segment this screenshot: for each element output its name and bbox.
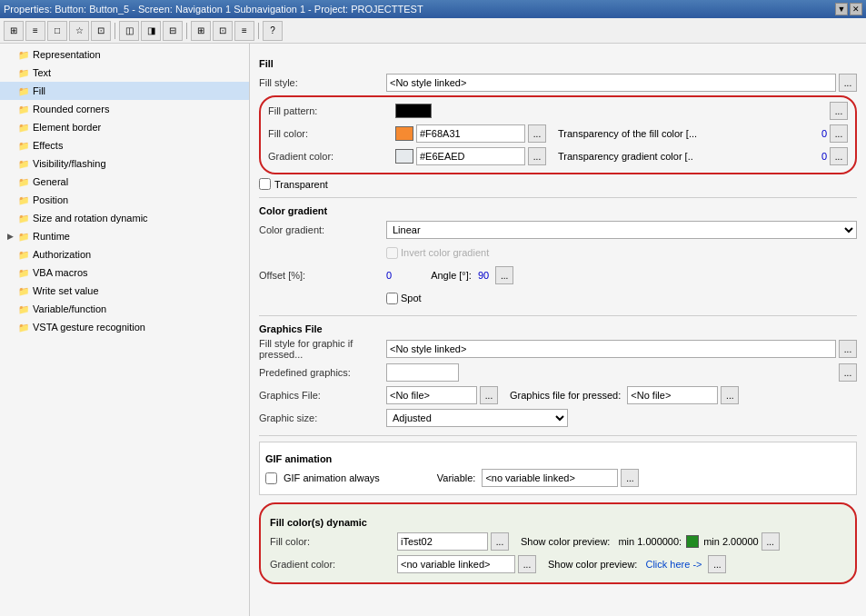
min-label: min 1.000000:	[618, 536, 682, 547]
tree-label-authorization: Authorization	[33, 249, 91, 260]
gif-variable-btn[interactable]: ...	[621, 469, 639, 487]
folder-icon-position: 📁	[16, 193, 31, 207]
toolbar-btn-4[interactable]: ☆	[69, 21, 89, 41]
tree-label-vba: VBA macros	[33, 267, 88, 278]
tree-item-text[interactable]: 📁 Text	[0, 64, 249, 82]
tree-item-element-border[interactable]: 📁 Element border	[0, 118, 249, 136]
fill-style-input[interactable]	[386, 74, 836, 92]
graphics-file-pressed-btn[interactable]: ...	[721, 386, 739, 404]
offset-angle-control: 0 Angle [°]: 90 ...	[386, 266, 857, 284]
gif-always-label: GIF animation always	[284, 472, 380, 483]
color-gradient-title: Color gradient	[259, 205, 857, 216]
toolbar-btn-2[interactable]: ≡	[25, 21, 45, 41]
color-gradient-select[interactable]: Linear	[386, 221, 857, 239]
fill-style-btn[interactable]: ...	[839, 74, 857, 92]
gif-variable-input[interactable]	[482, 469, 618, 487]
color-gradient-row: Color gradient: Linear	[259, 220, 857, 240]
fill-color-swatch[interactable]	[395, 126, 413, 141]
tree-item-representation[interactable]: 📁 Representation	[0, 45, 249, 64]
fill-style-control: ...	[386, 74, 857, 92]
dynamic-fill-color-preview-btn[interactable]: ...	[761, 532, 780, 551]
toolbar-btn-5[interactable]: ⊡	[91, 21, 111, 41]
gradient-color-swatch[interactable]	[395, 149, 413, 164]
toolbar-btn-11[interactable]: ≡	[234, 21, 254, 41]
tree-label-vsta: VSTA gesture recognition	[33, 322, 145, 333]
folder-icon-vba: 📁	[16, 265, 31, 280]
min-value2: min 2.00000	[703, 536, 759, 547]
offset-angle-row: Offset [%]: 0 Angle [°]: 90 ...	[259, 265, 857, 285]
expand-icon-fill	[4, 84, 16, 97]
gradient-color-input[interactable]	[416, 147, 525, 165]
graphics-file-btn[interactable]: ...	[480, 386, 498, 404]
angle-btn[interactable]: ...	[495, 266, 513, 284]
toolbar-btn-1[interactable]: ⊞	[4, 21, 24, 41]
dynamic-gradient-btn[interactable]: ...	[518, 555, 536, 573]
separator-3	[258, 23, 259, 39]
toolbar-btn-9[interactable]: ⊞	[191, 21, 211, 41]
tree-item-vba-macros[interactable]: 📁 VBA macros	[0, 263, 249, 282]
gif-always-checkbox[interactable]	[265, 472, 277, 484]
folder-icon-runtime: 📁	[16, 229, 31, 243]
dynamic-gradient-preview-btn[interactable]: ...	[708, 555, 726, 573]
predefined-btn[interactable]: ...	[839, 363, 857, 382]
tree-item-fill[interactable]: 📁 Fill	[0, 82, 249, 100]
spot-checkbox[interactable]	[386, 293, 398, 304]
show-color-preview-label: Show color preview:	[521, 536, 610, 547]
close-button[interactable]: ✕	[850, 3, 862, 15]
tree-item-rounded-corners[interactable]: 📁 Rounded corners	[0, 100, 249, 118]
toolbar-btn-6[interactable]: ◫	[119, 21, 139, 41]
right-panel: Fill Fill style: ... Fill pattern:	[250, 44, 866, 616]
dynamic-section: Fill color(s) dynamic Fill color: ... Sh…	[259, 502, 857, 584]
graphics-file-pressed-label: Graphics file for pressed:	[510, 390, 621, 401]
graphics-file-pressed-input[interactable]	[627, 386, 718, 404]
tree-item-position[interactable]: 📁 Position	[0, 191, 249, 209]
dynamic-gradient-input[interactable]	[397, 555, 515, 573]
tree-label-element-border: Element border	[33, 122, 101, 133]
graphic-size-select[interactable]: Adjusted	[386, 409, 568, 427]
fill-color-input[interactable]	[416, 124, 525, 143]
tree-item-visibility[interactable]: 📁 Visibility/flashing	[0, 154, 249, 173]
fill-color-btn[interactable]: ...	[528, 124, 546, 143]
gradient-color-btn[interactable]: ...	[528, 147, 546, 165]
spot-control: Spot	[386, 293, 857, 304]
tree-item-effects[interactable]: 📁 Effects	[0, 136, 249, 154]
toolbar-btn-10[interactable]: ⊡	[213, 21, 233, 41]
folder-icon-fill: 📁	[16, 84, 31, 98]
click-here-value[interactable]: Click here ->	[645, 559, 702, 570]
toolbar-btn-12[interactable]: ?	[263, 21, 283, 41]
toolbar: ⊞ ≡ □ ☆ ⊡ ◫ ◨ ⊟ ⊞ ⊡ ≡ ?	[0, 18, 866, 44]
tree-item-write-set-value[interactable]: 📁 Write set value	[0, 282, 249, 300]
toolbar-btn-3[interactable]: □	[47, 21, 67, 41]
dynamic-gradient-label: Gradient color:	[270, 559, 397, 570]
tree-label-position: Position	[33, 194, 68, 205]
color-gradient-label: Color gradient:	[259, 224, 386, 235]
tree-item-runtime[interactable]: ▶ 📁 Runtime	[0, 227, 249, 245]
fill-highlight-box: Fill pattern: ... Fill color: ... Transp…	[259, 95, 857, 174]
tree-item-authorization[interactable]: 📁 Authorization	[0, 245, 249, 263]
transparent-label: Transparent	[274, 179, 328, 190]
transparency-fill-btn[interactable]: ...	[830, 124, 848, 143]
toolbar-btn-7[interactable]: ◨	[141, 21, 161, 41]
invert-checkbox[interactable]	[386, 247, 398, 259]
tree-item-size-rotation[interactable]: 📁 Size and rotation dynamic	[0, 209, 249, 227]
graphics-file-control: ... Graphics file for pressed: ...	[386, 386, 857, 404]
toolbar-btn-8[interactable]: ⊟	[163, 21, 183, 41]
graphics-file-title: Graphics File	[259, 323, 857, 334]
graphics-file-input[interactable]	[386, 386, 477, 404]
fill-style-pressed-btn[interactable]: ...	[839, 340, 857, 358]
graphics-file-label: Graphics File:	[259, 390, 386, 401]
transparent-checkbox[interactable]	[259, 178, 271, 190]
dynamic-fill-color-input[interactable]	[397, 532, 488, 551]
pin-button[interactable]: ▼	[835, 3, 848, 15]
tree-item-vsta[interactable]: 📁 VSTA gesture recognition	[0, 318, 249, 336]
predefined-input[interactable]	[386, 363, 459, 382]
dynamic-fill-color-btn[interactable]: ...	[491, 532, 509, 551]
fill-pattern-btn[interactable]: ...	[830, 102, 848, 120]
fill-pattern-swatch[interactable]	[395, 104, 432, 118]
fill-style-pressed-input[interactable]	[386, 340, 836, 358]
transparency-gradient-btn[interactable]: ...	[830, 147, 848, 165]
folder-icon-border: 📁	[16, 120, 31, 134]
tree-item-variable-function[interactable]: 📁 Variable/function	[0, 300, 249, 318]
divider-3	[259, 435, 857, 436]
tree-item-general[interactable]: 📁 General	[0, 173, 249, 191]
